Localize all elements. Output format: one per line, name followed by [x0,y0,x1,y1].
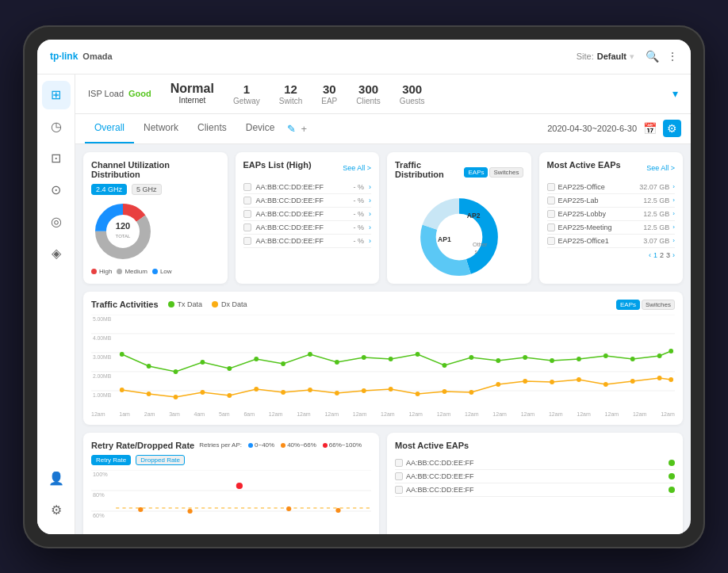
small-checkbox[interactable] [395,486,403,494]
svg-text:5.00MB: 5.00MB [93,315,112,321]
page-prev[interactable]: ‹ [649,251,651,259]
sidebar-item-history[interactable]: ◷ [42,113,71,141]
active-eap-name: EAP225-Lobby [558,210,641,218]
svg-point-48 [227,393,232,398]
omada-logo: Omada [82,52,112,61]
traffic-dist-card: Traffic Distribution EAPs Switches [387,152,531,284]
eap-checkbox[interactable] [243,197,251,204]
active-eap-size: 3.07 GB [643,237,669,245]
eap-row: AA:BB:CC:DD:EE:FF - % › [243,194,372,208]
svg-point-22 [120,352,125,357]
traffic-eaps-btn[interactable]: EAPs [464,167,488,178]
add-icon[interactable]: + [301,123,307,135]
isp-status: Good [128,89,151,98]
most-active-see-all[interactable]: See All > [646,164,675,172]
eap-mac: AA:BB:CC:DD:EE:FF [256,210,349,218]
sidebar-item-settings[interactable]: ⚙ [42,496,71,525]
eap-checkbox[interactable] [243,183,251,191]
active-eap-size: 32.07 GB [639,183,669,191]
retry-chart-svg: 100% 80% 60% [91,470,371,533]
dot-66-100 [323,443,328,448]
page-next[interactable]: › [672,251,675,259]
eap-status: 30 EAP [321,82,337,105]
svg-text:AP2: AP2 [467,211,481,219]
tab-action-icons: ✎ + [287,123,307,135]
eap-arrow[interactable]: › [369,197,371,204]
retry-rate-btn[interactable]: Retry Rate [91,455,131,465]
eap-arrow[interactable]: › [369,210,371,218]
active-eap-checkbox[interactable] [547,183,555,191]
svg-point-58 [496,382,500,387]
tab-clients[interactable]: Clients [188,113,236,143]
freq-2g-btn[interactable]: 2.4 GHz [91,184,127,195]
svg-point-23 [147,364,151,369]
active-eap-arrow[interactable]: › [672,197,675,204]
tab-network[interactable]: Network [134,113,188,143]
eap-checkbox[interactable] [243,210,251,218]
traffic-switches-btn[interactable]: Switches [489,167,523,178]
tab-overall[interactable]: Overall [85,113,134,143]
ta-eaps-btn[interactable]: EAPs [616,300,640,310]
active-eap-checkbox[interactable] [547,197,555,204]
edit-icon[interactable]: ✎ [287,123,296,135]
most-active-title: Most Active EAPs [547,160,621,170]
logo-area: tp·link Omada [50,51,113,62]
page-2[interactable]: 2 [660,251,664,259]
svg-point-43 [669,349,673,353]
svg-point-50 [281,390,285,395]
eap-checkbox[interactable] [243,223,251,231]
most-active-small-row: AA:BB:CC:DD:EE:FF [395,456,675,470]
active-eap-arrow[interactable]: › [672,183,675,190]
sidebar-item-shield[interactable]: ◈ [42,239,71,268]
active-eap-checkbox[interactable] [547,223,555,231]
active-eap-arrow[interactable]: › [672,237,675,244]
sidebar-item-target[interactable]: ◎ [42,208,71,236]
sidebar-item-map[interactable]: ⊡ [42,144,71,173]
svg-point-65 [669,377,673,382]
more-icon[interactable]: ⋮ [667,50,678,63]
active-eap-arrow[interactable]: › [672,210,675,217]
sidebar: ⊞ ◷ ⊡ ⊙ ◎ ◈ 👤 ⚙ [37,74,75,534]
svg-text:2.00MB: 2.00MB [93,372,112,378]
sidebar-item-camera[interactable]: ⊙ [42,176,71,204]
freq-5g-btn[interactable]: 5 GHz [132,184,162,195]
retry-rate-card: Retry Rate/Dropped Rate Retries per AP: … [83,433,379,534]
settings-tab-icon[interactable]: ⚙ [663,120,681,137]
search-icon[interactable]: 🔍 [646,50,659,63]
page-3[interactable]: 3 [666,251,670,259]
svg-point-33 [416,352,420,357]
svg-point-32 [389,357,393,361]
page-1[interactable]: 1 [653,251,657,259]
sidebar-item-user[interactable]: 👤 [42,464,71,493]
eap-arrow[interactable]: › [369,237,371,245]
active-eap-checkbox[interactable] [547,237,555,245]
active-eap-row: EAP225-Office1 3.07 GB › [547,235,676,248]
eap-value: 30 [323,82,336,97]
traffic-toggle: EAPs Switches [464,167,523,178]
most-active-small-row: AA:BB:CC:DD:EE:FF [395,483,675,497]
tab-device[interactable]: Device [236,113,285,143]
guests-label: Guests [400,97,425,105]
expand-icon[interactable]: ▾ [672,87,678,100]
traffic-donut-svg: AP1 AP2 Other s [408,189,511,276]
ta-switches-btn[interactable]: Switches [642,300,675,310]
most-active-header: Most Active EAPs See All > [547,160,676,176]
svg-point-75 [187,509,192,514]
calendar-icon[interactable]: 📅 [643,122,657,135]
eap-arrow[interactable]: › [369,223,371,231]
dropped-rate-btn[interactable]: Dropped Rate [136,455,185,465]
eap-arrow[interactable]: › [369,183,371,191]
range-66-100: 66%~100% [329,441,362,449]
eaps-see-all[interactable]: See All > [343,164,371,172]
tab-bar: Overall Network Clients Device ✎ + 2020-… [75,114,691,144]
eap-row: AA:BB:CC:DD:EE:FF - % › [243,208,372,221]
legend-medium: Medium [117,268,147,275]
sidebar-item-dashboard[interactable]: ⊞ [42,81,71,109]
active-eap-arrow[interactable]: › [672,223,675,231]
small-checkbox[interactable] [395,459,403,467]
small-checkbox[interactable] [395,472,403,480]
eap-checkbox[interactable] [243,237,251,245]
active-eap-checkbox[interactable] [547,210,555,218]
legend-40-66: 40%~66% [281,441,316,449]
eaps-list-header: EAPs List (High) See All > [243,160,372,176]
